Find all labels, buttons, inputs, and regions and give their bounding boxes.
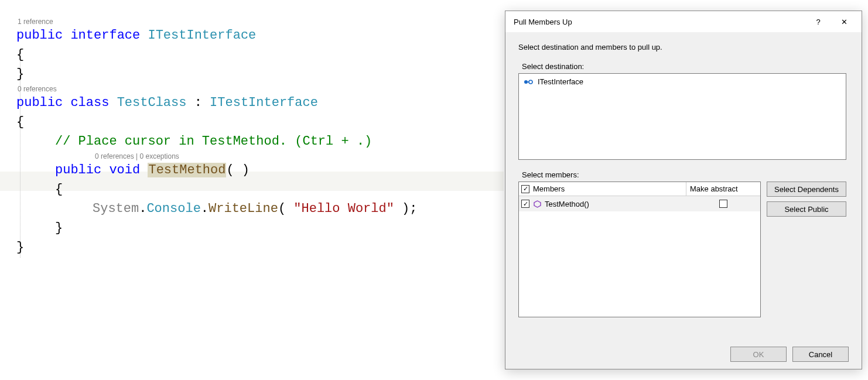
code-editor[interactable]: 1 reference public interface ITestInterf… <box>0 0 504 380</box>
keyword-public: public <box>16 95 63 110</box>
select-public-button[interactable]: Select Public <box>767 201 846 217</box>
code-line[interactable]: { <box>16 112 504 132</box>
ident-system: System <box>93 201 139 216</box>
members-column-header[interactable]: Members <box>533 184 565 193</box>
select-dependents-button[interactable]: Select Dependents <box>767 182 846 197</box>
help-button[interactable]: ? <box>805 11 831 32</box>
dialog-body: Select destination and members to pull u… <box>505 32 862 326</box>
method-name-highlighted: TestMethod <box>148 163 226 177</box>
paren-empty: ( ) <box>226 163 250 177</box>
close-button[interactable]: ✕ <box>831 11 857 32</box>
code-line[interactable]: } <box>16 64 504 84</box>
brace-close: } <box>55 221 63 235</box>
dialog-title: Pull Members Up <box>514 18 805 26</box>
code-line[interactable]: // Place cursor in TestMethod. (Ctrl + .… <box>16 132 504 151</box>
code-line[interactable]: { <box>16 45 504 64</box>
type-itestinterface: ITestInterface <box>210 95 318 110</box>
keyword-void: void <box>109 163 140 177</box>
string-literal: "Hello World" <box>293 201 394 216</box>
paren-open: ( <box>278 201 293 216</box>
interface-icon <box>524 78 533 85</box>
brace-close: } <box>16 67 24 81</box>
code-line[interactable]: } <box>16 218 504 238</box>
member-row-checkbox[interactable] <box>521 200 529 208</box>
method-icon <box>533 200 541 208</box>
pull-members-up-dialog: Pull Members Up ? ✕ Select destination a… <box>505 11 862 369</box>
code-line[interactable]: public class TestClass : ITestInterface <box>16 93 504 112</box>
code-line[interactable]: } <box>16 238 504 257</box>
brace-close: } <box>16 240 24 255</box>
code-line[interactable]: public interface ITestInterface <box>16 26 504 45</box>
destination-label: Select destination: <box>518 62 849 71</box>
help-icon: ? <box>816 18 820 26</box>
keyword-public: public <box>16 28 63 43</box>
destination-list[interactable]: ITestInterface <box>518 73 846 160</box>
brace-open: { <box>55 182 63 197</box>
comment: // Place cursor in TestMethod. (Ctrl + .… <box>55 134 372 149</box>
ident-writeline: WriteLine <box>209 201 278 216</box>
paren-close: ); <box>394 201 418 216</box>
dialog-titlebar[interactable]: Pull Members Up ? ✕ <box>505 11 862 32</box>
members-table: Members Make abstract TestMethod() <box>518 182 761 317</box>
members-header-checkbox[interactable] <box>521 185 529 193</box>
brace-open: { <box>16 47 24 62</box>
keyword-interface: interface <box>70 28 140 43</box>
members-table-row[interactable]: TestMethod() <box>519 196 760 211</box>
make-abstract-checkbox[interactable] <box>719 200 727 208</box>
destination-item[interactable]: ITestInterface <box>524 77 841 86</box>
type-itestinterface: ITestInterface <box>148 28 256 43</box>
brace-open: { <box>16 115 24 129</box>
member-row-label: TestMethod() <box>545 200 589 208</box>
abstract-column-header[interactable]: Make abstract <box>686 184 760 193</box>
keyword-class: class <box>70 95 109 110</box>
code-line[interactable]: public void TestMethod( ) <box>16 160 504 180</box>
ident-console: Console <box>146 201 200 216</box>
colon-separator: : <box>186 95 210 110</box>
cancel-button[interactable]: Cancel <box>792 347 849 362</box>
code-line[interactable]: { <box>16 180 504 199</box>
keyword-public: public <box>55 163 101 177</box>
svg-marker-3 <box>534 201 541 207</box>
ok-button[interactable]: OK <box>730 347 787 362</box>
destination-item-label: ITestInterface <box>538 77 583 86</box>
close-icon: ✕ <box>841 18 848 26</box>
dialog-instruction: Select destination and members to pull u… <box>518 43 849 52</box>
type-testclass: TestClass <box>117 95 187 110</box>
code-line[interactable]: System.Console.WriteLine( "Hello World" … <box>16 199 504 218</box>
members-label: Select members: <box>518 170 849 179</box>
members-table-header: Members Make abstract <box>519 182 760 196</box>
